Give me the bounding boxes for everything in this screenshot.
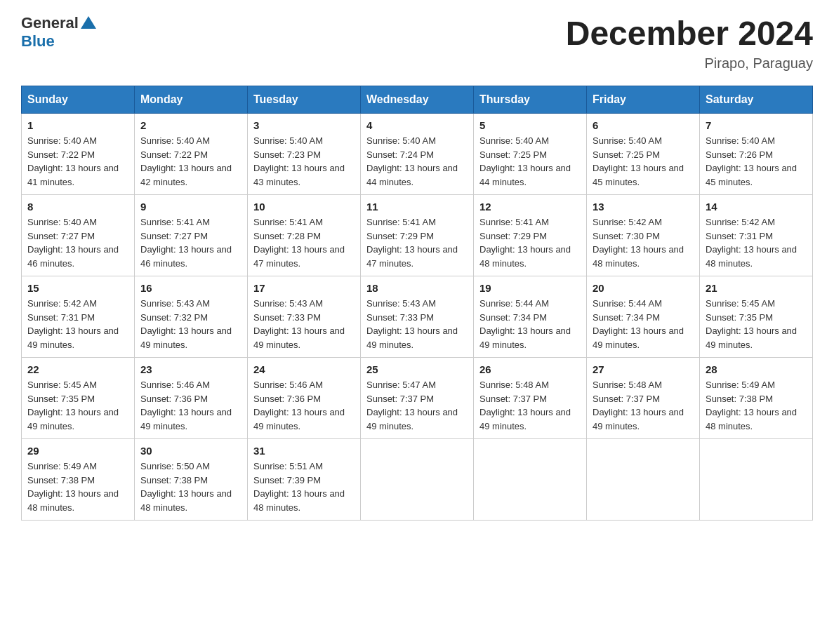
- calendar-cell: 28Sunrise: 5:49 AMSunset: 7:38 PMDayligh…: [700, 358, 813, 439]
- column-header-tuesday: Tuesday: [248, 86, 361, 114]
- calendar-cell: 29Sunrise: 5:49 AMSunset: 7:38 PMDayligh…: [22, 439, 135, 521]
- calendar-table: SundayMondayTuesdayWednesdayThursdayFrid…: [21, 86, 813, 521]
- logo-blue-text: Blue: [21, 32, 55, 50]
- day-number: 31: [253, 445, 355, 457]
- calendar-cell: 12Sunrise: 5:41 AMSunset: 7:29 PMDayligh…: [474, 195, 587, 276]
- day-number: 28: [706, 363, 807, 375]
- calendar-cell: 14Sunrise: 5:42 AMSunset: 7:31 PMDayligh…: [700, 195, 813, 276]
- column-header-sunday: Sunday: [22, 86, 135, 114]
- day-info: Sunrise: 5:45 AMSunset: 7:35 PMDaylight:…: [706, 297, 807, 351]
- day-number: 10: [253, 201, 355, 213]
- calendar-cell: 13Sunrise: 5:42 AMSunset: 7:30 PMDayligh…: [587, 195, 700, 276]
- day-number: 19: [479, 282, 581, 294]
- day-number: 15: [27, 282, 128, 294]
- day-number: 18: [366, 282, 468, 294]
- calendar-cell: 26Sunrise: 5:48 AMSunset: 7:37 PMDayligh…: [474, 358, 587, 439]
- day-number: 22: [27, 363, 128, 375]
- calendar-cell: 16Sunrise: 5:43 AMSunset: 7:32 PMDayligh…: [135, 276, 248, 358]
- day-info: Sunrise: 5:41 AMSunset: 7:29 PMDaylight:…: [366, 215, 468, 270]
- day-info: Sunrise: 5:51 AMSunset: 7:39 PMDaylight:…: [253, 459, 355, 514]
- calendar-week-row: 8Sunrise: 5:40 AMSunset: 7:27 PMDaylight…: [22, 195, 813, 276]
- subtitle: Pirapo, Paraguay: [566, 55, 813, 72]
- logo-general-text: General: [21, 14, 79, 32]
- day-number: 4: [366, 119, 468, 131]
- calendar-cell: 19Sunrise: 5:44 AMSunset: 7:34 PMDayligh…: [474, 276, 587, 358]
- page-title: December 2024: [566, 14, 813, 53]
- calendar-cell: [700, 439, 813, 521]
- day-info: Sunrise: 5:40 AMSunset: 7:22 PMDaylight:…: [27, 134, 128, 189]
- day-number: 16: [140, 282, 241, 294]
- day-info: Sunrise: 5:40 AMSunset: 7:22 PMDaylight:…: [140, 134, 241, 189]
- calendar-cell: 10Sunrise: 5:41 AMSunset: 7:28 PMDayligh…: [248, 195, 361, 276]
- calendar-cell: 15Sunrise: 5:42 AMSunset: 7:31 PMDayligh…: [22, 276, 135, 358]
- calendar-cell: 2Sunrise: 5:40 AMSunset: 7:22 PMDaylight…: [135, 114, 248, 195]
- column-header-wednesday: Wednesday: [361, 86, 474, 114]
- calendar-cell: 25Sunrise: 5:47 AMSunset: 7:37 PMDayligh…: [361, 358, 474, 439]
- logo-triangle-icon: [81, 16, 96, 32]
- calendar-header-row: SundayMondayTuesdayWednesdayThursdayFrid…: [22, 86, 813, 114]
- day-info: Sunrise: 5:42 AMSunset: 7:31 PMDaylight:…: [27, 297, 128, 351]
- calendar-cell: 22Sunrise: 5:45 AMSunset: 7:35 PMDayligh…: [22, 358, 135, 439]
- day-info: Sunrise: 5:42 AMSunset: 7:30 PMDaylight:…: [593, 215, 694, 270]
- calendar-cell: 4Sunrise: 5:40 AMSunset: 7:24 PMDaylight…: [361, 114, 474, 195]
- day-number: 13: [593, 201, 694, 213]
- day-info: Sunrise: 5:50 AMSunset: 7:38 PMDaylight:…: [140, 459, 241, 514]
- day-number: 23: [140, 363, 241, 375]
- column-header-monday: Monday: [135, 86, 248, 114]
- calendar-cell: 24Sunrise: 5:46 AMSunset: 7:36 PMDayligh…: [248, 358, 361, 439]
- calendar-week-row: 22Sunrise: 5:45 AMSunset: 7:35 PMDayligh…: [22, 358, 813, 439]
- calendar-cell: 5Sunrise: 5:40 AMSunset: 7:25 PMDaylight…: [474, 114, 587, 195]
- day-number: 21: [706, 282, 807, 294]
- calendar-cell: 18Sunrise: 5:43 AMSunset: 7:33 PMDayligh…: [361, 276, 474, 358]
- svg-marker-0: [81, 16, 96, 29]
- calendar-week-row: 29Sunrise: 5:49 AMSunset: 7:38 PMDayligh…: [22, 439, 813, 521]
- calendar-cell: 21Sunrise: 5:45 AMSunset: 7:35 PMDayligh…: [700, 276, 813, 358]
- day-info: Sunrise: 5:40 AMSunset: 7:25 PMDaylight:…: [479, 134, 581, 189]
- day-number: 8: [27, 201, 128, 213]
- column-header-thursday: Thursday: [474, 86, 587, 114]
- day-info: Sunrise: 5:40 AMSunset: 7:25 PMDaylight:…: [593, 134, 694, 189]
- day-info: Sunrise: 5:42 AMSunset: 7:31 PMDaylight:…: [706, 215, 807, 270]
- day-info: Sunrise: 5:48 AMSunset: 7:37 PMDaylight:…: [593, 378, 694, 433]
- day-info: Sunrise: 5:43 AMSunset: 7:33 PMDaylight:…: [366, 297, 468, 351]
- day-number: 30: [140, 445, 241, 457]
- calendar-week-row: 1Sunrise: 5:40 AMSunset: 7:22 PMDaylight…: [22, 114, 813, 195]
- calendar-cell: 6Sunrise: 5:40 AMSunset: 7:25 PMDaylight…: [587, 114, 700, 195]
- calendar-cell: 20Sunrise: 5:44 AMSunset: 7:34 PMDayligh…: [587, 276, 700, 358]
- day-number: 25: [366, 363, 468, 375]
- calendar-week-row: 15Sunrise: 5:42 AMSunset: 7:31 PMDayligh…: [22, 276, 813, 358]
- calendar-cell: [587, 439, 700, 521]
- calendar-cell: [361, 439, 474, 521]
- day-number: 5: [479, 119, 581, 131]
- day-number: 26: [479, 363, 581, 375]
- day-number: 24: [253, 363, 355, 375]
- page-header: General Blue December 2024 Pirapo, Parag…: [21, 14, 813, 72]
- day-info: Sunrise: 5:49 AMSunset: 7:38 PMDaylight:…: [706, 378, 807, 433]
- day-number: 3: [253, 119, 355, 131]
- calendar-cell: 17Sunrise: 5:43 AMSunset: 7:33 PMDayligh…: [248, 276, 361, 358]
- calendar-cell: 8Sunrise: 5:40 AMSunset: 7:27 PMDaylight…: [22, 195, 135, 276]
- day-info: Sunrise: 5:43 AMSunset: 7:32 PMDaylight:…: [140, 297, 241, 351]
- logo: General Blue: [21, 14, 96, 51]
- day-info: Sunrise: 5:46 AMSunset: 7:36 PMDaylight:…: [140, 378, 241, 433]
- day-info: Sunrise: 5:41 AMSunset: 7:27 PMDaylight:…: [140, 215, 241, 270]
- day-info: Sunrise: 5:40 AMSunset: 7:23 PMDaylight:…: [253, 134, 355, 189]
- day-info: Sunrise: 5:44 AMSunset: 7:34 PMDaylight:…: [479, 297, 581, 351]
- calendar-cell: 30Sunrise: 5:50 AMSunset: 7:38 PMDayligh…: [135, 439, 248, 521]
- calendar-cell: [474, 439, 587, 521]
- day-number: 7: [706, 119, 807, 131]
- day-info: Sunrise: 5:40 AMSunset: 7:26 PMDaylight:…: [706, 134, 807, 189]
- day-number: 2: [140, 119, 241, 131]
- day-number: 11: [366, 201, 468, 213]
- day-number: 14: [706, 201, 807, 213]
- day-number: 12: [479, 201, 581, 213]
- calendar-cell: 31Sunrise: 5:51 AMSunset: 7:39 PMDayligh…: [248, 439, 361, 521]
- calendar-cell: 11Sunrise: 5:41 AMSunset: 7:29 PMDayligh…: [361, 195, 474, 276]
- day-info: Sunrise: 5:47 AMSunset: 7:37 PMDaylight:…: [366, 378, 468, 433]
- day-number: 27: [593, 363, 694, 375]
- day-number: 9: [140, 201, 241, 213]
- day-info: Sunrise: 5:46 AMSunset: 7:36 PMDaylight:…: [253, 378, 355, 433]
- calendar-cell: 7Sunrise: 5:40 AMSunset: 7:26 PMDaylight…: [700, 114, 813, 195]
- day-info: Sunrise: 5:48 AMSunset: 7:37 PMDaylight:…: [479, 378, 581, 433]
- day-number: 17: [253, 282, 355, 294]
